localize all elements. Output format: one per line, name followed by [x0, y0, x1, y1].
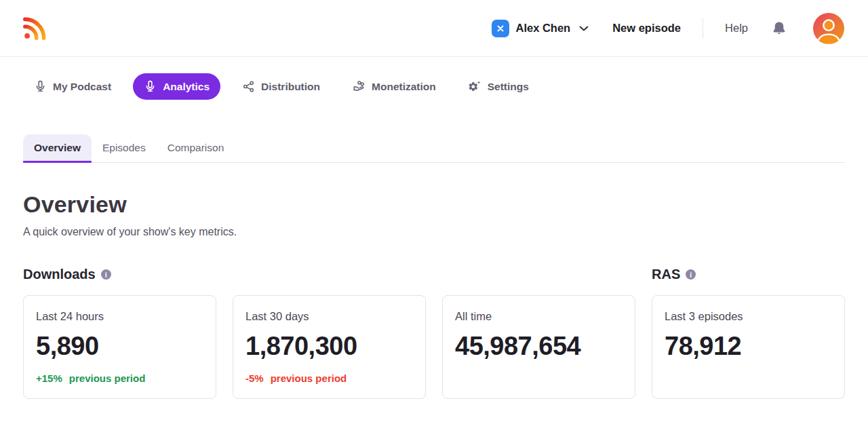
app-logo[interactable]: [22, 16, 47, 41]
stat-card-all-time: All time 45,987,654: [442, 295, 635, 399]
tab-comparison[interactable]: Comparison: [157, 134, 235, 162]
stat-value: 5,890: [36, 332, 203, 361]
stat-card-last-3-episodes: Last 3 episodes 78,912: [652, 295, 845, 399]
person-icon: [813, 13, 844, 44]
nav-item-settings[interactable]: Settings: [458, 73, 540, 100]
nav-label: Settings: [488, 81, 529, 93]
stat-delta: -5% previous period: [245, 372, 413, 384]
nav-label: Analytics: [163, 81, 210, 93]
page-subtitle: A quick overview of your show's key metr…: [23, 226, 845, 238]
analytics-tabs: Overview Episodes Comparison: [23, 134, 845, 163]
downloads-section-header: Downloads i: [23, 267, 635, 282]
microphone-icon: [144, 80, 157, 93]
stat-label: Last 3 episodes: [665, 310, 832, 323]
stat-value: 45,987,654: [455, 332, 623, 361]
delta-suffix: previous period: [271, 372, 347, 384]
user-avatar[interactable]: [813, 13, 844, 44]
tab-overview[interactable]: Overview: [23, 134, 92, 162]
help-link[interactable]: Help: [725, 22, 748, 35]
stat-card-last-24-hours: Last 24 hours 5,890 +15% previous period: [23, 295, 216, 399]
x-icon: [496, 24, 505, 33]
delta-percent: -5%: [245, 372, 264, 384]
nav-label: Distribution: [261, 81, 320, 93]
microphone-icon: [34, 80, 47, 93]
hand-coins-icon: [353, 80, 366, 93]
stat-value: 78,912: [665, 332, 832, 361]
show-avatar-icon: [492, 20, 509, 37]
page-title: Overview: [23, 191, 845, 218]
stat-label: Last 24 hours: [36, 310, 203, 323]
nav-item-my-podcast[interactable]: My Podcast: [23, 73, 122, 100]
info-icon[interactable]: i: [686, 269, 696, 280]
rss-logo-icon: [22, 16, 47, 41]
info-icon[interactable]: i: [101, 269, 111, 280]
ras-section-header: RAS i: [652, 267, 845, 282]
nav-label: Monetization: [372, 81, 436, 93]
stat-label: All time: [455, 310, 623, 323]
stat-label: Last 30 days: [245, 310, 413, 323]
ras-title: RAS: [652, 267, 680, 282]
top-header: Alex Chen New episode Help: [0, 0, 868, 57]
primary-nav: My Podcast Analytics Distribution: [0, 73, 868, 100]
share-nodes-icon: [242, 80, 255, 93]
downloads-title: Downloads: [23, 267, 96, 282]
stat-card-last-30-days: Last 30 days 1,870,300 -5% previous peri…: [233, 295, 426, 399]
metrics-grid: Downloads i RAS i Last 24 hours 5,890 +1…: [23, 267, 845, 399]
new-episode-button[interactable]: New episode: [612, 22, 681, 35]
nav-label: My Podcast: [53, 81, 111, 93]
notifications-button[interactable]: [771, 20, 787, 37]
tab-episodes[interactable]: Episodes: [92, 134, 157, 162]
nav-item-distribution[interactable]: Distribution: [231, 73, 331, 100]
nav-item-monetization[interactable]: Monetization: [342, 73, 447, 100]
gear-sparkle-icon: [469, 80, 481, 93]
bell-icon: [771, 20, 787, 37]
stat-delta: +15% previous period: [36, 372, 203, 384]
delta-percent: +15%: [36, 372, 62, 384]
header-divider: [703, 18, 703, 39]
nav-item-analytics[interactable]: Analytics: [133, 73, 220, 100]
show-switcher[interactable]: Alex Chen: [492, 20, 591, 37]
delta-suffix: previous period: [69, 372, 146, 384]
chevron-down-icon: [577, 22, 591, 35]
user-name: Alex Chen: [516, 22, 571, 35]
stat-value: 1,870,300: [245, 332, 413, 361]
